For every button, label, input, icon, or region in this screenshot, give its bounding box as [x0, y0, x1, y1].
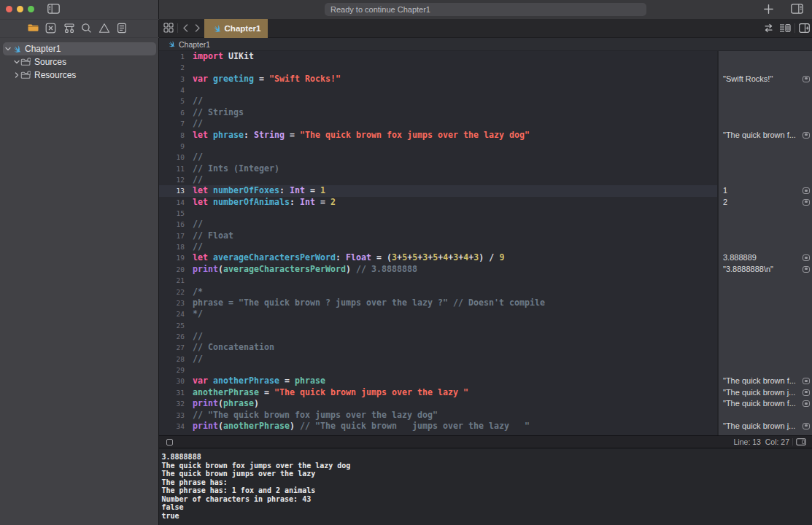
code-line: let phrase: String = "The quick brown fo… — [193, 130, 530, 141]
code-review-icon[interactable] — [763, 23, 774, 33]
minimize-button[interactable] — [17, 6, 23, 12]
show-result-button[interactable] — [803, 266, 810, 273]
show-result-button[interactable] — [803, 254, 810, 261]
line-number: 4 — [159, 85, 185, 96]
code-line: // "The quick brown fox jumps over the l… — [193, 410, 438, 421]
tab-chapter1[interactable]: Chapter1 — [204, 19, 268, 38]
console-output-line: The quick brown fox jumps over the lazy … — [162, 462, 804, 470]
sidebar-toggle-icon[interactable] — [47, 4, 60, 15]
jumpbar-file-label[interactable]: Chapter1 — [179, 40, 210, 49]
show-result-button[interactable] — [803, 132, 810, 139]
line-number: 15 — [159, 208, 185, 219]
add-editor-icon[interactable] — [799, 23, 810, 33]
inspector-toggle-icon[interactable] — [791, 4, 803, 14]
show-result-button[interactable] — [803, 76, 810, 82]
code-line: print(averageCharactersPerWord) // 3.888… — [193, 264, 417, 275]
code-line: anotherPhrase = "The quick brown jumps o… — [193, 387, 468, 398]
library-add-icon[interactable] — [763, 4, 774, 15]
navigator-project-folder-icon[interactable] — [27, 23, 39, 35]
line-number: 25 — [159, 320, 185, 331]
zoom-button[interactable] — [28, 6, 34, 12]
code-line: /* — [193, 287, 203, 298]
code-line: print(anotherPhrase) // "The quick brown… — [193, 421, 530, 432]
code-line: // — [193, 118, 203, 129]
result-value: "The quick brown j... — [723, 421, 811, 432]
line-number: 3 — [159, 74, 185, 85]
code-line: // Float — [193, 230, 233, 241]
code-line: // Strings — [193, 107, 244, 118]
sidebar-item-label: Chapter1 — [25, 44, 61, 54]
line-number: 33 — [159, 410, 185, 421]
line-number: 26 — [159, 331, 185, 342]
tab-overview-icon[interactable] — [163, 23, 174, 33]
sidebar-item-chapter1[interactable]: Chapter1 — [3, 42, 156, 55]
code-line: import UIKit — [193, 51, 254, 62]
line-number: 19 — [159, 252, 185, 263]
navigator-symbols-icon[interactable] — [63, 23, 76, 35]
line-number: 20 — [159, 264, 185, 275]
activity-status-text: Ready to continue Chapter1 — [325, 5, 430, 14]
disclosure-right-icon[interactable] — [13, 71, 20, 79]
result-value: "3.8888888\n" — [723, 264, 811, 275]
navigator-icon-bar — [0, 19, 159, 38]
console-output-line: false — [162, 503, 804, 512]
code-editor[interactable]: 1import UIKit23var greeting = "Swift Roc… — [159, 51, 812, 435]
console-output-line: The quick brown jumps over the lazy — [162, 470, 804, 478]
show-result-button[interactable] — [803, 389, 810, 396]
show-result-button[interactable] — [803, 187, 810, 194]
window-titlebar[interactable]: Ready to continue Chapter1 — [159, 0, 812, 19]
navigator-marks-icon[interactable] — [45, 23, 58, 35]
navigator-issues-icon[interactable] — [98, 23, 111, 35]
line-number: 18 — [159, 241, 185, 252]
debug-console[interactable]: 3.8888888The quick brown fox jumps over … — [159, 448, 812, 525]
result-value: 3.888889 — [723, 252, 811, 263]
editor-options-icon[interactable] — [779, 23, 791, 33]
debug-area-toggle-icon[interactable] — [166, 439, 173, 446]
line-number: 29 — [159, 365, 185, 376]
show-result-button[interactable] — [803, 423, 810, 429]
disclosure-down-icon[interactable] — [4, 45, 12, 52]
jump-bar[interactable]: Chapter1 — [159, 38, 812, 51]
code-line: // — [193, 174, 203, 185]
tabbar-separator-2 — [794, 23, 795, 33]
code-line: let numberOfFoxes: Int = 1 — [193, 185, 325, 196]
code-line: // — [193, 354, 203, 365]
show-result-button[interactable] — [803, 400, 810, 407]
console-output-line: The phrase has: 1 fox and 2 animals — [162, 486, 804, 495]
tabbar-separator — [177, 23, 178, 33]
line-number: 2 — [159, 62, 185, 73]
code-line: let averageCharactersPerWord: Float = (3… — [193, 252, 504, 263]
result-value: "The quick brown f... — [723, 398, 811, 409]
go-forward-icon[interactable] — [193, 23, 201, 33]
show-result-button[interactable] — [803, 378, 810, 384]
navigator-reports-icon[interactable] — [117, 23, 129, 35]
code-line: // — [193, 96, 203, 106]
line-col-indicator[interactable]: Line: 13 Col: 27 — [734, 436, 789, 448]
close-button[interactable] — [6, 6, 12, 12]
code-line: // Ints (Integer) — [193, 163, 279, 174]
line-number: 14 — [159, 197, 185, 208]
console-output-line: The phrase has: — [162, 478, 804, 487]
line-number: 7 — [159, 118, 185, 129]
result-value: "The quick brown f... — [723, 376, 811, 386]
line-number: 6 — [159, 107, 185, 118]
xcode-window: Ready to continue Chapter1 Chapter1 Chap… — [0, 0, 812, 525]
sidebar-item-resources[interactable]: Resources — [3, 69, 156, 82]
display-icon[interactable] — [796, 438, 806, 446]
code-line: // — [193, 241, 203, 252]
jumpbar-swift-icon — [167, 40, 175, 48]
code-line: // — [193, 152, 203, 163]
show-result-button[interactable] — [803, 199, 810, 206]
sidebar-item-sources[interactable]: Sources — [3, 55, 156, 69]
editor-tab-bar: Chapter1 — [159, 19, 812, 38]
sidebar-item-label: Sources — [34, 57, 66, 67]
line-number: 31 — [159, 387, 185, 398]
result-value: 1 — [723, 185, 811, 196]
go-back-icon[interactable] — [182, 23, 190, 33]
statusbar-separator — [792, 438, 793, 446]
code-line: // — [193, 331, 203, 342]
disclosure-down-icon[interactable] — [13, 58, 20, 66]
line-number: 11 — [159, 163, 185, 174]
code-line: // — [193, 219, 203, 230]
navigator-search-icon[interactable] — [81, 23, 93, 35]
